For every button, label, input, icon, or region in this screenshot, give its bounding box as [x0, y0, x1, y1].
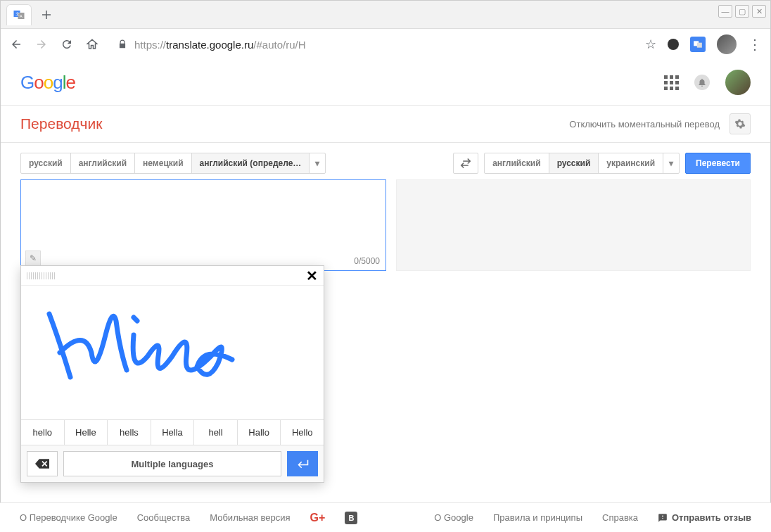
app-subheader: Переводчик Отключить моментальный перево… — [1, 105, 770, 143]
arrow-right-icon — [35, 38, 48, 51]
arrow-left-icon — [10, 38, 23, 51]
handwriting-panel: ✕ hello Helle hells Hella hell Hallo Hel… — [20, 265, 324, 483]
swap-languages-button[interactable] — [453, 153, 478, 174]
source-lang-tab-active[interactable]: английский (определе… — [192, 153, 310, 173]
footer-help[interactable]: Справка — [602, 512, 638, 523]
source-lang-dropdown[interactable]: ▾ — [310, 153, 325, 173]
google-header: Google — [1, 60, 770, 105]
browser-menu-icon[interactable]: ⋮ — [748, 36, 762, 53]
instant-toggle-link[interactable]: Отключить моментальный перевод — [569, 119, 720, 129]
maximize-button[interactable]: ▢ — [735, 5, 749, 18]
notifications-icon[interactable] — [694, 75, 710, 90]
feedback-icon — [658, 513, 668, 523]
svg-rect-5 — [697, 43, 702, 48]
forward-button[interactable] — [34, 37, 49, 51]
account-avatar[interactable] — [725, 70, 751, 95]
home-icon — [86, 38, 98, 51]
language-select-button[interactable]: Multiple languages — [63, 451, 281, 476]
lock-icon — [117, 39, 127, 49]
back-button[interactable] — [9, 37, 23, 51]
main-area: русский английский немецкий английский (… — [1, 143, 770, 281]
source-lang-tab[interactable]: английский — [71, 153, 135, 173]
google-plus-icon[interactable]: G+ — [310, 512, 326, 524]
footer-about-google[interactable]: О Google — [434, 512, 473, 523]
suggestion-item[interactable]: hells — [108, 420, 151, 445]
bookmark-star-icon[interactable]: ☆ — [645, 37, 656, 52]
suggestion-item[interactable]: Hella — [151, 420, 195, 445]
enter-icon — [296, 459, 309, 469]
gear-icon — [734, 118, 746, 129]
language-row: русский английский немецкий английский (… — [20, 153, 751, 174]
footer-about-translate[interactable]: О Переводчике Google — [20, 512, 117, 523]
svg-text:文: 文 — [15, 11, 20, 16]
url-box[interactable]: https://translate.google.ru/#auto/ru/H — [110, 33, 634, 56]
target-lang-tab[interactable]: английский — [485, 153, 549, 173]
handwriting-canvas[interactable] — [21, 286, 324, 419]
page-footer: О Переводчике Google Сообщества Мобильна… — [0, 502, 771, 532]
home-button[interactable] — [85, 37, 99, 51]
apps-grid-icon[interactable] — [664, 75, 679, 90]
source-language-tabs: русский английский немецкий английский (… — [20, 153, 326, 174]
suggestion-item[interactable]: hell — [194, 420, 238, 445]
backspace-button[interactable] — [27, 451, 58, 476]
suggestion-row: hello Helle hells Hella hell Hallo Hello — [21, 419, 324, 445]
translate-button[interactable]: Перевести — [685, 153, 751, 174]
browser-tab-bar: 文A — ▢ ✕ — [1, 1, 770, 29]
svg-text:A: A — [20, 14, 23, 18]
google-logo[interactable]: Google — [20, 72, 75, 94]
target-language-tabs: английский русский украинский ▾ — [484, 153, 680, 174]
target-lang-tab[interactable]: украинский — [599, 153, 663, 173]
profile-avatar-icon[interactable] — [717, 34, 737, 54]
suggestion-item[interactable]: Hello — [281, 420, 324, 445]
target-lang-tab-active[interactable]: русский — [549, 153, 599, 173]
extension-dot-icon[interactable] — [668, 39, 679, 50]
settings-button[interactable] — [729, 113, 751, 134]
translate-extension-icon[interactable] — [690, 37, 706, 52]
footer-mobile[interactable]: Мобильная версия — [210, 512, 290, 523]
browser-tab[interactable]: 文A — [6, 4, 32, 25]
suggestion-item[interactable]: Helle — [65, 420, 108, 445]
reload-button[interactable] — [60, 37, 74, 51]
source-lang-tab[interactable]: русский — [21, 153, 71, 173]
target-text-box — [396, 179, 751, 271]
translate-icon: 文A — [13, 8, 25, 21]
footer-privacy[interactable]: Правила и принципы — [493, 512, 582, 523]
swap-icon — [459, 157, 472, 170]
footer-community[interactable]: Сообщества — [137, 512, 191, 523]
drag-handle-icon[interactable] — [27, 272, 55, 279]
plus-icon — [42, 10, 51, 20]
browser-address-bar: https://translate.google.ru/#auto/ru/H ☆… — [1, 29, 770, 60]
reload-icon — [60, 38, 73, 51]
close-window-button[interactable]: ✕ — [752, 5, 766, 18]
source-lang-tab[interactable]: немецкий — [135, 153, 191, 173]
target-lang-dropdown[interactable]: ▾ — [663, 153, 679, 173]
suggestion-item[interactable]: Hallo — [238, 420, 281, 445]
toolbar-right: ☆ ⋮ — [645, 34, 762, 54]
app-title: Переводчик — [20, 115, 102, 132]
url-text: https://translate.google.ru/#auto/ru/H — [134, 39, 306, 51]
suggestion-item[interactable]: hello — [21, 420, 65, 445]
char-counter: 0/5000 — [354, 256, 380, 266]
window-controls: — ▢ ✕ — [718, 5, 766, 18]
blogger-icon[interactable]: B — [345, 512, 357, 524]
enter-button[interactable] — [287, 451, 318, 476]
source-text-box: ✎ 0/5000 — [20, 179, 386, 271]
close-handwriting-button[interactable]: ✕ — [306, 267, 318, 284]
translate-panels: ✎ 0/5000 — [20, 179, 751, 271]
backspace-icon — [35, 459, 49, 469]
footer-feedback[interactable]: Отправить отзыв — [658, 512, 751, 523]
handwriting-toggle[interactable]: ✎ — [25, 251, 41, 266]
source-textarea[interactable] — [27, 186, 380, 249]
new-tab-button[interactable] — [36, 4, 57, 25]
minimize-button[interactable]: — — [718, 5, 732, 18]
